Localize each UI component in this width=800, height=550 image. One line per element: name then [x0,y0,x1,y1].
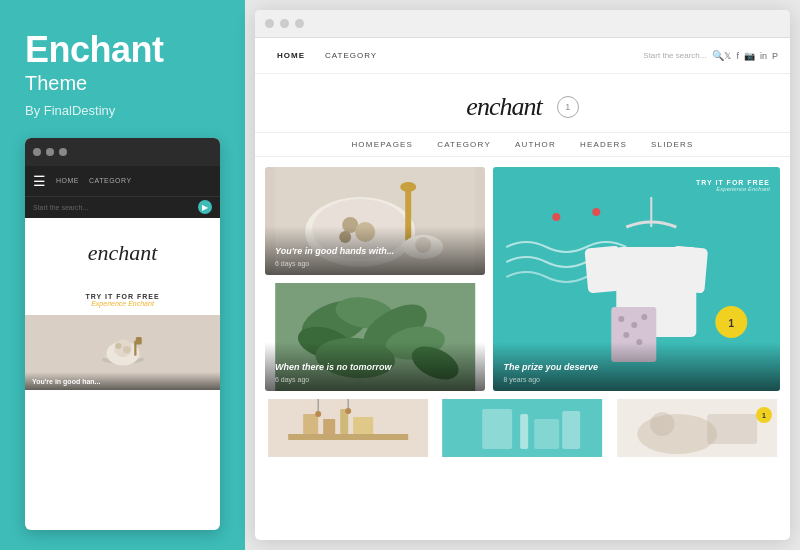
svg-rect-55 [562,411,580,449]
svg-point-59 [650,412,674,436]
mini-dot-1 [33,148,41,156]
browser-dot-2 [280,19,289,28]
mini-cta-button: TRY IT FOR FREE [25,293,220,300]
article-food-title: You're in good hands with... [275,246,475,258]
svg-point-34 [642,314,648,320]
mini-dot-3 [59,148,67,156]
browser-window: HOME CATEGORY Start the search... 🔍 𝕏 f … [255,10,790,540]
svg-point-48 [315,411,321,417]
svg-point-50 [345,408,351,414]
theme-author: By FinalDestiny [25,103,220,118]
svg-point-38 [593,208,601,216]
teal-cta-text: TRY IT FOR FREE [696,179,770,186]
browser-dot-1 [265,19,274,28]
bottom-badge-3: 1 [756,407,772,423]
sec-nav-sliders[interactable]: SLIDERS [639,140,706,149]
bottom-card-2 [439,399,605,457]
article-food-overlay: You're in good hands with... 6 days ago [265,226,485,275]
mini-hamburger-icon: ☰ [33,174,46,188]
linkedin-icon: in [760,51,767,61]
theme-title: Enchant [25,30,220,70]
content-grid-bottom: 1 [265,399,780,457]
sec-nav-homepages[interactable]: HOMEPAGES [339,140,425,149]
pinterest-icon: P [772,51,778,61]
svg-point-4 [115,343,121,349]
facebook-icon: f [736,51,739,61]
bottom-card-1 [265,399,431,457]
svg-rect-7 [135,337,141,345]
mini-dot-2 [46,148,54,156]
site-search-area: Start the search... 🔍 [643,50,724,61]
mini-logo-section: enchant [25,218,220,288]
site-logo-badge: 1 [557,96,579,118]
svg-rect-43 [303,414,318,434]
svg-point-12 [400,182,416,192]
article-plant-image: When there is no tomorrow 6 days ago [265,283,485,391]
bottom-scene-3 [614,399,780,457]
svg-rect-53 [520,414,528,449]
svg-point-32 [619,316,625,322]
article-card-plant: When there is no tomorrow 6 days ago [265,283,485,391]
svg-rect-42 [288,434,408,440]
svg-rect-54 [534,419,559,449]
site-header: enchant 1 [255,74,790,132]
article-food-meta: 6 days ago [275,260,475,267]
bottom-card-3: 1 [614,399,780,457]
mini-search-bar: Start the search... ▶ [25,196,220,218]
svg-point-57 [637,414,717,454]
sec-nav-author[interactable]: AUTHOR [503,140,568,149]
bottom-scene-2 [439,399,605,457]
sec-nav-category[interactable]: CATEGORY [425,140,503,149]
mini-nav-category: CATEGORY [89,177,132,184]
search-icon[interactable]: 🔍 [712,50,724,61]
article-teal-overlay: The prize you deserve 8 years ago [493,342,780,391]
browser-dot-3 [295,19,304,28]
svg-rect-46 [353,417,373,434]
bottom-image-1 [265,399,431,457]
mini-nav-home: HOME [56,177,79,184]
sec-nav-headers[interactable]: HEADERS [568,140,639,149]
mini-browser-topbar [25,138,220,166]
right-panel: HOME CATEGORY Start the search... 🔍 𝕏 f … [245,0,800,550]
bottom-image-2 [439,399,605,457]
site-search-placeholder: Start the search... [643,51,706,60]
left-panel: Enchant Theme By FinalDestiny ☰ HOME CAT… [0,0,245,550]
mini-cta-section: TRY IT FOR FREE Experience Enchant [25,288,220,315]
mini-nav: ☰ HOME CATEGORY [25,166,220,196]
svg-rect-29 [585,246,624,294]
svg-rect-30 [670,246,709,294]
theme-subtitle: Theme [25,72,220,95]
mini-search-icon: ▶ [198,200,212,214]
svg-rect-44 [323,419,335,434]
site-nav-category[interactable]: CATEGORY [315,51,387,60]
article-teal-meta: 8 years ago [503,376,770,383]
left-column: You're in good hands with... 6 days ago [265,167,485,391]
mini-logo: enchant [88,240,158,266]
twitter-icon: 𝕏 [724,51,731,61]
article-card-food: You're in good hands with... 6 days ago [265,167,485,275]
mini-article-overlay: You're in good han... [25,372,220,390]
instagram-icon: 📷 [744,51,755,61]
site-logo: enchant [466,92,541,122]
content-grid-top: You're in good hands with... 6 days ago [265,167,780,391]
mini-search-placeholder: Start the search... [33,204,198,211]
bottom-scene-1 [265,399,431,457]
site-nav-home[interactable]: HOME [267,51,315,60]
site-secondary-nav: HOMEPAGES CATEGORY AUTHOR HEADERS SLIDER… [255,132,790,157]
article-teal-image: 1 TRY IT FOR FREE Experience Enchant The… [493,167,780,391]
svg-text:1: 1 [729,318,735,329]
article-card-teal: 1 TRY IT FOR FREE Experience Enchant The… [493,167,780,391]
mini-preview: ☰ HOME CATEGORY Start the search... ▶ en… [25,138,220,530]
svg-rect-52 [482,409,512,449]
mini-article-title: You're in good han... [32,378,213,385]
svg-point-37 [553,213,561,221]
article-plant-overlay: When there is no tomorrow 6 days ago [265,342,485,391]
mini-cta-sub: Experience Enchant [25,300,220,307]
site-content: You're in good hands with... 6 days ago [255,167,790,540]
browser-topbar [255,10,790,38]
article-plant-title: When there is no tomorrow [275,362,475,374]
article-teal-title: The prize you deserve [503,362,770,374]
svg-point-5 [123,346,131,354]
teal-cta-area: TRY IT FOR FREE Experience Enchant [696,179,770,192]
mini-article-image: You're in good han... [25,315,220,390]
